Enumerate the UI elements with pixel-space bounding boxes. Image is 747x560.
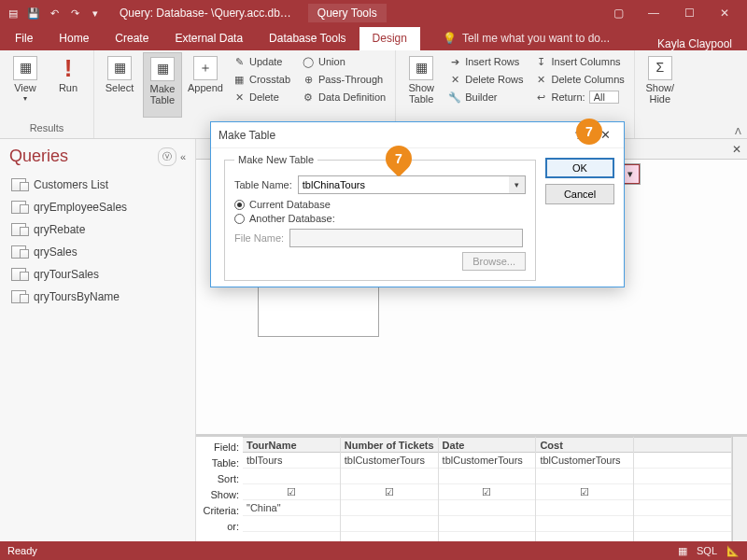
navigation-pane: Queries ⓥ « Customers ListqryEmployeeSal… [0,139,196,541]
show-table-icon: ▦ [409,56,433,80]
query-icon [11,178,26,191]
titlebar: ▤ 💾 ↶ ↷ ▾ Query: Database- \Query.acc.db… [0,0,747,26]
nav-collapse-icon[interactable]: « [180,151,186,162]
union-label: Union [318,56,345,67]
delete-label: Delete [249,91,279,103]
show-table-label: Show Table [408,82,434,105]
nav-filter-icon[interactable]: ⓥ [158,147,176,166]
qat-dropdown-icon[interactable]: ▾ [88,6,103,21]
query-grid[interactable]: Field:Table:Sort:Show:Criteria:or: TourN… [196,434,747,541]
insert-cols-button[interactable]: ↧Insert Columns [531,54,628,69]
tab-database-tools[interactable]: Database Tools [256,27,359,50]
table-name-label: Table Name: [234,179,292,190]
radio-off-icon [234,214,245,224]
run-button[interactable]: !Run [49,52,88,118]
passthrough-button[interactable]: ⊕Pass-Through [298,72,389,87]
view-sql-icon[interactable]: SQL [697,545,717,557]
redo-icon[interactable]: ↷ [67,6,82,21]
delete-icon: ✕ [233,91,246,104]
ok-button[interactable]: OK [545,158,614,178]
cancel-button[interactable]: Cancel [545,184,614,204]
save-icon[interactable]: 💾 [26,6,41,21]
query-icon [11,268,26,281]
delete-cols-button[interactable]: ✕Delete Columns [531,72,628,87]
passthrough-label: Pass-Through [318,74,383,85]
view-datasheet-icon[interactable]: ▦ [678,545,687,557]
app-icon: ▤ [6,6,21,21]
showhide-label: Show/ Hide [646,82,675,105]
contextual-tab-label: Query Tools [308,4,387,22]
chevron-down-icon[interactable]: ▾ [627,168,633,180]
append-icon: ＋ [193,56,218,80]
insert-rows-button[interactable]: ➔Insert Rows [444,54,527,69]
return-control[interactable]: ↩Return: All [531,90,628,105]
close-icon[interactable]: ✕ [708,4,741,22]
view-design-icon[interactable]: 📐 [726,545,740,557]
grid-scrollbar[interactable] [732,437,747,541]
undo-icon[interactable]: ↶ [47,6,62,21]
collapse-ribbon-icon[interactable]: ᐱ [735,126,741,136]
ribbon-options-icon[interactable]: ▢ [601,4,635,22]
show-table-button[interactable]: ▦Show Table [402,52,441,118]
delete-button[interactable]: ✕Delete [229,90,294,105]
select-button[interactable]: ▦Select [100,52,139,118]
tab-create[interactable]: Create [102,27,162,50]
insert-rows-label: Insert Rows [465,56,519,67]
nav-query-item[interactable]: qryToursByName [4,286,191,308]
tab-file[interactable]: File [2,27,46,50]
nav-query-item[interactable]: qryRebate [4,218,191,241]
insert-rows-icon: ➔ [448,55,461,68]
return-value[interactable]: All [589,91,619,104]
minimize-icon[interactable]: — [637,4,670,22]
tell-me-box[interactable]: 💡Tell me what you want to do... [430,27,623,50]
nav-item-label: qrySales [34,245,78,259]
crosstab-label: Crosstab [249,74,290,85]
status-text: Ready [7,545,37,556]
grid-column[interactable]: DatetblCustomerTours [439,437,537,541]
datadef-button[interactable]: ⚙Data Definition [298,90,389,105]
make-table-button[interactable]: ▦Make Table [143,52,182,118]
table-name-input[interactable] [298,175,526,194]
nav-query-item[interactable]: qryEmployeeSales [4,196,191,218]
showhide-button[interactable]: ΣShow/ Hide [641,52,680,118]
ribbon-group-results: ▦View▾ !Run Results [0,50,94,138]
user-name[interactable]: Kayla Claypool [657,37,745,50]
run-label: Run [59,82,78,93]
crosstab-button[interactable]: ▦Crosstab [229,72,294,87]
status-bar: Ready ▦ SQL 📐 [0,541,747,560]
nav-item-label: qryRebate [34,223,85,236]
nav-query-item[interactable]: qryTourSales [4,263,191,286]
radio-current-db[interactable]: Current Database [234,199,526,210]
return-label: Return: [552,91,585,103]
ribbon-tabs: File Home Create External Data Database … [0,26,747,50]
file-name-input [289,229,523,247]
tab-external-data[interactable]: External Data [162,27,256,50]
radio-another-db[interactable]: Another Database: [234,213,526,224]
nav-header[interactable]: Queries [9,147,158,166]
nav-item-label: qryToursByName [34,290,120,303]
delete-cols-icon: ✕ [535,73,548,86]
table-name-dropdown-icon[interactable]: ▾ [509,175,526,194]
grid-column[interactable]: CosttblCustomerTours [536,437,634,541]
tab-design[interactable]: Design [359,27,420,50]
window-title: Query: Database- \Query.acc.db… [120,7,291,20]
dialog-legend: Make New Table [234,154,317,165]
update-button[interactable]: ✎Update [229,54,294,69]
nav-query-item[interactable]: qrySales [4,241,191,263]
delete-cols-label: Delete Columns [552,74,625,85]
grid-column[interactable]: Number of TicketstblCustomerTours [341,437,439,541]
close-doc-icon[interactable]: ✕ [732,143,741,156]
tab-home[interactable]: Home [46,27,102,50]
grid-column[interactable]: TourNametblTours"China" [243,437,341,541]
append-button[interactable]: ＋Append [186,52,225,118]
delete-rows-button[interactable]: ✕Delete Rows [444,72,527,87]
update-icon: ✎ [233,55,246,68]
view-button[interactable]: ▦View▾ [6,52,45,118]
callout-step-ok: 7 [576,119,602,145]
nav-query-item[interactable]: Customers List [4,174,191,196]
builder-button[interactable]: 🔧Builder [444,90,527,105]
union-button[interactable]: ◯Union [298,54,389,69]
maximize-icon[interactable]: ☐ [672,4,706,22]
passthrough-icon: ⊕ [302,73,315,86]
grid-row-labels: Field:Table:Sort:Show:Criteria:or: [196,437,243,541]
